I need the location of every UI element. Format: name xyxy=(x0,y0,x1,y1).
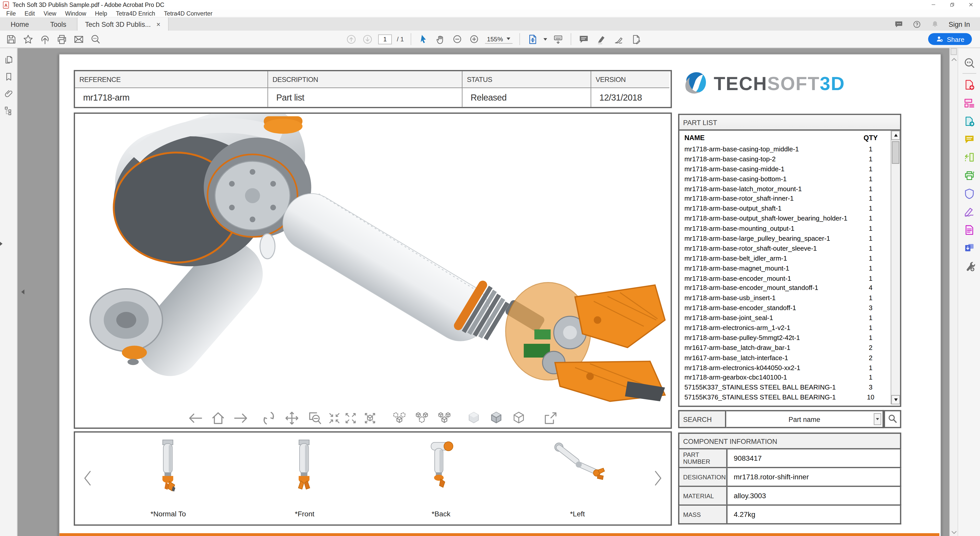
render-shaded-icon[interactable] xyxy=(488,410,504,426)
help-icon[interactable] xyxy=(912,20,921,28)
table-row[interactable]: mr1718-arm-base-casing-bottom-11 xyxy=(679,173,900,183)
table-row[interactable]: mr1718-arm-base-output_shaft-11 xyxy=(679,204,900,213)
popout-icon[interactable] xyxy=(542,410,558,426)
zoom-out-icon[interactable] xyxy=(452,33,463,45)
table-row[interactable]: mr1718-arm-base-mounting_output-11 xyxy=(679,223,900,233)
model-tree-icon[interactable] xyxy=(3,106,13,116)
sign-in-button[interactable]: Sign In xyxy=(948,21,970,28)
email-icon[interactable] xyxy=(73,33,84,45)
menu-window[interactable]: Window xyxy=(61,10,91,17)
pointer-icon[interactable] xyxy=(418,33,430,45)
views-isolate-icon[interactable] xyxy=(391,410,407,426)
share-upload-icon[interactable] xyxy=(39,33,51,45)
protect-icon[interactable] xyxy=(963,187,975,200)
combine-files-icon[interactable] xyxy=(963,242,975,254)
note-icon[interactable] xyxy=(578,33,589,45)
restore-button[interactable] xyxy=(942,0,961,10)
table-row[interactable]: mr1718-arm-gearbox-cbc140100-11 xyxy=(679,372,900,382)
3d-viewport[interactable] xyxy=(74,113,672,429)
rotate-icon[interactable] xyxy=(260,410,277,426)
collapse-right-panel-icon[interactable] xyxy=(0,241,5,246)
render-solid-icon[interactable] xyxy=(465,410,482,426)
nav-home-icon[interactable] xyxy=(210,410,226,426)
table-row[interactable]: mr1718-arm-electronics-arm_1-v2-11 xyxy=(679,323,900,332)
table-row[interactable]: mr1718-arm-base-rotor_shaft-inner-11 xyxy=(679,194,900,204)
previous-page-icon[interactable] xyxy=(345,33,357,45)
search-field-select[interactable]: Part name xyxy=(726,410,884,428)
scrollbar-thumb[interactable] xyxy=(951,48,957,55)
views-hide-icon[interactable] xyxy=(414,410,430,426)
export-pdf-icon[interactable] xyxy=(963,115,975,127)
menu-edit[interactable]: Edit xyxy=(20,10,39,17)
signpen-icon[interactable] xyxy=(613,33,624,45)
save-icon[interactable] xyxy=(6,33,17,45)
fill-sign-icon[interactable] xyxy=(963,205,975,218)
collapse-left-panel-icon[interactable] xyxy=(19,289,24,294)
scrollbar-thumb[interactable] xyxy=(892,141,899,164)
tab-tools[interactable]: Tools xyxy=(40,17,77,31)
scroll-up-button[interactable] xyxy=(891,131,900,140)
table-row[interactable]: mr1617-arm-base_latch-draw_bar-12 xyxy=(679,342,900,353)
part-list-scrollbar[interactable] xyxy=(891,131,900,404)
table-row[interactable]: mr1718-arm-electronics-k044050-xx2-11 xyxy=(679,362,900,372)
table-row[interactable]: mr1718-arm-base-belt_idler_arm-11 xyxy=(679,253,900,263)
carousel-previous-icon[interactable] xyxy=(83,470,92,487)
pageedit-icon[interactable] xyxy=(630,33,641,45)
scroll-down-button[interactable] xyxy=(891,395,900,404)
organize-pages-icon[interactable] xyxy=(963,97,975,109)
scroll-down-icon[interactable] xyxy=(951,530,957,534)
render-wireframe-icon[interactable] xyxy=(511,410,527,426)
print-production-icon[interactable] xyxy=(963,169,975,181)
comment-tool-icon[interactable] xyxy=(963,133,975,145)
close-button[interactable] xyxy=(961,0,980,10)
view-thumbnail-left[interactable]: *Left xyxy=(515,437,640,517)
table-row[interactable]: mr1718-arm-base-large_pulley_bearing_spa… xyxy=(679,233,900,243)
print-icon[interactable] xyxy=(56,33,67,45)
menu-file[interactable]: File xyxy=(2,10,20,17)
table-row[interactable]: mr1718-arm-base-encoder_mount-11 xyxy=(679,273,900,283)
bell-icon[interactable] xyxy=(931,20,939,28)
table-row[interactable]: mr1718-arm-base-joint_seal-11 xyxy=(679,313,900,323)
chevron-down-icon[interactable] xyxy=(543,37,547,41)
chat-icon[interactable] xyxy=(894,20,903,28)
table-row[interactable]: mr1718-arm-base-magnet_mount-11 xyxy=(679,263,900,273)
cube-extents-icon[interactable] xyxy=(362,410,378,426)
tab-close-icon[interactable]: × xyxy=(156,21,161,28)
table-row[interactable]: 57155K337_STAINLESS STEEL BALL BEARING-1… xyxy=(679,382,900,392)
zoom-in-icon[interactable] xyxy=(469,33,480,45)
table-row[interactable]: mr1718-arm-base-output_shaft-lower_beari… xyxy=(679,213,900,223)
hand-icon[interactable] xyxy=(435,33,446,45)
nav-forward-icon[interactable] xyxy=(232,410,248,426)
3d-model-robot-arm[interactable] xyxy=(75,114,671,428)
table-row[interactable]: mr1617-arm-base_latch-interface-12 xyxy=(679,352,900,362)
prepare-form-icon[interactable] xyxy=(963,224,975,236)
table-row[interactable]: mr1718-arm-base-encoder_standoff-13 xyxy=(679,303,900,313)
view-thumbnail-front[interactable]: *Front xyxy=(242,437,367,517)
view-thumbnail-back[interactable]: *Back xyxy=(379,437,504,517)
scan-ocr-icon[interactable] xyxy=(963,151,975,163)
attachments-icon[interactable] xyxy=(3,89,13,99)
tab-document[interactable]: Tech Soft 3D Publis... × xyxy=(77,17,169,31)
table-row[interactable]: mr1718-arm-base-casing-midde-11 xyxy=(679,164,900,173)
page-number-input[interactable]: 1 xyxy=(378,34,392,44)
table-row[interactable]: mr1718-arm-base-pulley-5mmgt2-42t-11 xyxy=(679,332,900,342)
scroll-up-icon[interactable] xyxy=(951,57,957,61)
table-row[interactable]: mr1718-arm-base-casing-top_middle-11 xyxy=(679,144,900,154)
view-thumbnail-normalto[interactable]: *Normal To xyxy=(106,437,231,517)
fit-page-icon[interactable] xyxy=(527,33,538,45)
bookmarks-icon[interactable] xyxy=(3,72,13,82)
tab-home[interactable]: Home xyxy=(0,17,40,31)
scroll-mode-icon[interactable] xyxy=(552,33,563,45)
menu-help[interactable]: Help xyxy=(91,10,111,17)
arrows-in-2-icon[interactable] xyxy=(343,411,358,426)
menu-tetra4d-enrich[interactable]: Tetra4D Enrich xyxy=(111,10,159,17)
share-button[interactable]: Share xyxy=(928,33,972,45)
table-row[interactable]: mr1718-arm-base-encoder_mount_standoff-1… xyxy=(679,283,900,293)
tool-search-icon[interactable] xyxy=(963,57,975,69)
table-row[interactable]: mr1718-arm-base-casing-top-21 xyxy=(679,154,900,164)
arrows-in-1-icon[interactable] xyxy=(327,411,342,426)
minimize-button[interactable] xyxy=(924,0,942,10)
pan-icon[interactable] xyxy=(283,410,300,426)
next-page-icon[interactable] xyxy=(362,33,373,45)
menu-tetra4d-converter[interactable]: Tetra4D Converter xyxy=(159,10,217,17)
